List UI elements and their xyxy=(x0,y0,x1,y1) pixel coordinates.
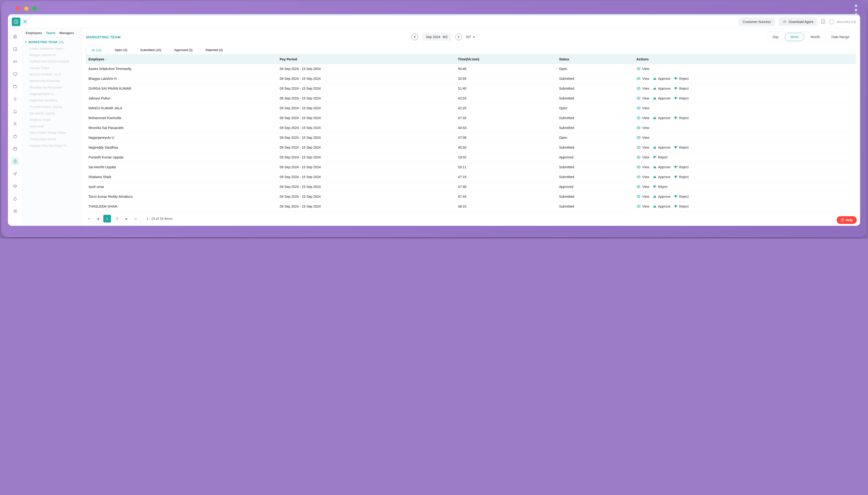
view-action[interactable]: View xyxy=(636,67,649,71)
reject-action[interactable]: Reject xyxy=(674,77,689,81)
prev-period-button[interactable] xyxy=(411,34,418,40)
col-payperiod[interactable]: Pay Period xyxy=(277,54,456,64)
timezone-select[interactable]: IST xyxy=(466,35,475,39)
tab-employees[interactable]: Employees xyxy=(25,31,42,35)
view-action[interactable]: View xyxy=(636,96,649,100)
nav-ticket-icon[interactable] xyxy=(11,57,19,66)
col-status[interactable]: Status xyxy=(557,54,634,64)
approve-action[interactable]: Approve xyxy=(653,77,670,81)
sidebar-employee-item[interactable]: syed umar xyxy=(30,124,79,128)
customer-success-button[interactable]: Customer Success xyxy=(738,17,775,26)
view-action[interactable]: View xyxy=(636,155,649,159)
user-menu[interactable]: Mounika Sai xyxy=(829,19,856,24)
sidebar-employee-item[interactable]: Jahnavi Pulluri xyxy=(30,66,79,70)
pager-last[interactable]: ⇥ xyxy=(132,216,138,222)
sidebar-employee-item[interactable]: Shabana Shaik xyxy=(30,118,79,121)
sidebar-employee-item[interactable]: DURGA SAI PAVAN KUMAR xyxy=(30,60,79,63)
document-icon[interactable] xyxy=(821,19,826,25)
view-action[interactable]: View xyxy=(636,106,649,110)
nav-stopwatch-icon[interactable] xyxy=(11,195,19,203)
tab-teams[interactable]: Teams xyxy=(46,31,56,35)
nav-bell-icon[interactable] xyxy=(11,107,19,116)
minimize-dot-icon[interactable] xyxy=(24,6,29,11)
approve-action[interactable]: Approve xyxy=(653,165,670,169)
pager-page-2[interactable]: 2 xyxy=(113,215,121,222)
view-action[interactable]: View xyxy=(636,145,649,150)
view-action[interactable]: View xyxy=(636,175,649,179)
sidebar-employee-item[interactable]: THASLEEM SHAIK xyxy=(30,137,79,141)
view-action[interactable]: View xyxy=(636,125,649,130)
nav-tv-icon[interactable] xyxy=(11,83,19,91)
sidebar-employee-item[interactable]: Mohammed Karimulla xyxy=(30,79,79,83)
reject-action[interactable]: Reject xyxy=(674,87,689,90)
view-action[interactable]: View xyxy=(636,116,649,120)
pager-prev[interactable]: ◀ xyxy=(95,216,101,222)
sidebar-employee-item[interactable]: Bhagya Lakshmi H xyxy=(30,53,79,57)
approve-action[interactable]: Approve xyxy=(653,96,670,100)
nav-analytics-icon[interactable] xyxy=(11,45,19,53)
nav-team-icon[interactable] xyxy=(11,207,19,215)
nav-user-icon[interactable] xyxy=(11,120,19,128)
approve-action[interactable]: Approve xyxy=(653,87,670,90)
reject-action[interactable]: Reject xyxy=(674,175,689,179)
view-action[interactable]: View xyxy=(636,185,649,189)
approve-action[interactable]: Approve xyxy=(653,195,670,199)
sidebar-employee-item[interactable]: Sai keerthi Uppala xyxy=(30,112,79,115)
reject-action[interactable]: Reject xyxy=(674,116,689,120)
view-action[interactable]: View xyxy=(636,165,649,169)
sidebar-employee-item[interactable]: Mounika Sai Pasupuleti xyxy=(30,86,79,89)
view-action[interactable]: View xyxy=(636,135,649,140)
range-day[interactable]: Day xyxy=(767,33,784,41)
team-row[interactable]: ▼ MARKETING TEAM (16) xyxy=(22,37,82,47)
pager-next[interactable]: ▶ xyxy=(123,216,130,222)
sidebar-collapse-button[interactable] xyxy=(22,19,28,24)
reject-action[interactable]: Reject xyxy=(653,155,668,159)
download-agent-button[interactable]: Download Agent xyxy=(779,17,817,26)
sidebar-employee-item[interactable]: MANOJ KUMAR JALA xyxy=(30,73,79,76)
sidebar-employee-item[interactable]: Naganjaneyulu U xyxy=(30,92,79,96)
nav-timesheet-icon[interactable] xyxy=(11,157,19,166)
maximize-dot-icon[interactable] xyxy=(32,6,37,11)
app-logo-icon[interactable] xyxy=(12,17,20,26)
view-action[interactable]: View xyxy=(636,194,649,199)
col-employee[interactable]: Employee↑ xyxy=(86,54,277,64)
reject-action[interactable]: Reject xyxy=(653,185,668,189)
close-dot-icon[interactable] xyxy=(16,6,20,11)
view-action[interactable]: View xyxy=(636,76,649,81)
nav-idea-icon[interactable] xyxy=(11,95,19,103)
view-action[interactable]: View xyxy=(636,86,649,91)
sidebar-employee-item[interactable]: Aswini Srilakshmi Timmi... xyxy=(30,47,79,50)
view-action[interactable]: View xyxy=(636,204,649,208)
filter-submitted[interactable]: Submitted (10) xyxy=(135,46,167,54)
range-month[interactable]: Month xyxy=(805,33,825,41)
pager-page-1[interactable]: 1 xyxy=(103,215,111,222)
filter-open[interactable]: Open (3) xyxy=(109,46,133,54)
next-period-button[interactable] xyxy=(455,34,462,40)
nav-training-icon[interactable] xyxy=(11,182,19,190)
reject-action[interactable]: Reject xyxy=(674,195,689,199)
range-daterange[interactable]: Date Range xyxy=(826,33,855,41)
nav-calendar-icon[interactable] xyxy=(11,145,19,153)
approve-action[interactable]: Approve xyxy=(653,146,670,149)
reject-action[interactable]: Reject xyxy=(674,204,689,208)
filter-approved[interactable]: Approved (3) xyxy=(169,46,198,54)
reject-action[interactable]: Reject xyxy=(674,96,689,100)
tab-managers[interactable]: Managers xyxy=(59,31,74,35)
col-time[interactable]: Time(hh:mm) xyxy=(456,54,557,64)
period-display[interactable]: Sep 2024 W2 xyxy=(422,33,452,41)
nav-monitor-icon[interactable] xyxy=(11,70,19,78)
approve-action[interactable]: Approve xyxy=(653,204,670,208)
range-week[interactable]: Week xyxy=(785,33,804,41)
approve-action[interactable]: Approve xyxy=(653,116,670,120)
nav-target-icon[interactable] xyxy=(11,33,19,41)
reject-action[interactable]: Reject xyxy=(674,146,689,149)
approve-action[interactable]: Approve xyxy=(653,175,670,179)
nav-location-icon[interactable] xyxy=(11,170,19,178)
reject-action[interactable]: Reject xyxy=(674,165,689,169)
pager-first[interactable]: ⇤ xyxy=(86,216,92,222)
filter-rejected[interactable]: Rejected (0) xyxy=(200,46,228,54)
nav-briefcase-icon[interactable] xyxy=(11,132,19,140)
help-button[interactable]: Help xyxy=(837,216,857,224)
filter-all[interactable]: All (16) xyxy=(86,46,107,54)
sidebar-employee-item[interactable]: Puneeth Kumar Uppala xyxy=(30,105,79,108)
